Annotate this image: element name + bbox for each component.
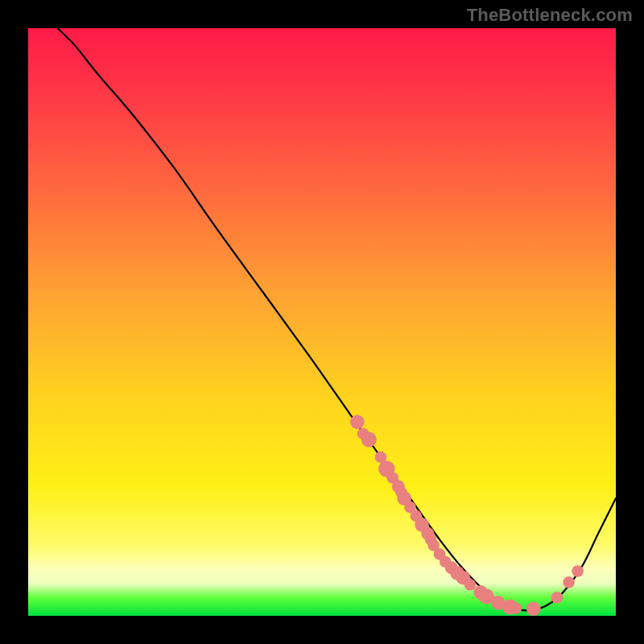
data-marker — [350, 415, 365, 429]
chart-frame: TheBottleneck.com — [0, 0, 644, 644]
data-marker — [572, 565, 584, 577]
bottleneck-curve — [58, 28, 617, 610]
data-marker — [361, 432, 377, 448]
marker-layer — [350, 415, 584, 616]
curve-svg — [28, 28, 616, 616]
data-marker — [526, 601, 541, 616]
data-marker — [563, 576, 575, 588]
plot-area — [28, 28, 616, 616]
data-marker — [510, 602, 522, 614]
watermark-text: TheBottleneck.com — [467, 5, 633, 26]
data-marker — [551, 592, 564, 604]
data-marker — [464, 579, 477, 591]
